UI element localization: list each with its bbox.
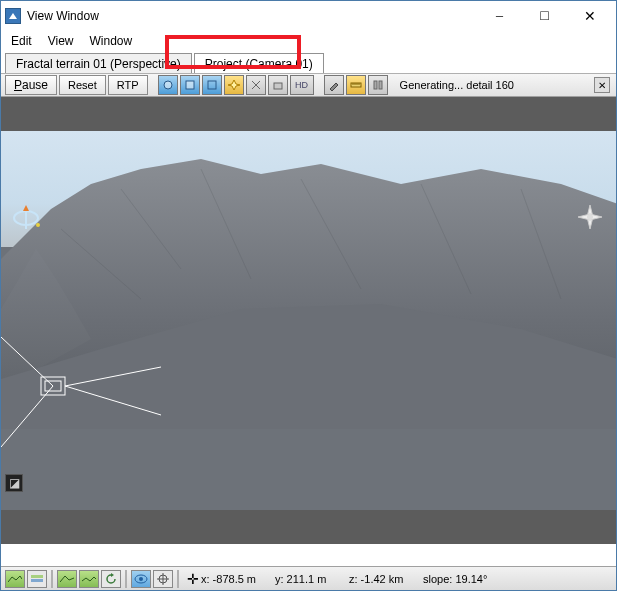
svg-rect-9 <box>374 81 377 89</box>
statusbar: ✛ x: -878.5 m y: 211.1 m z: -1.42 km slo… <box>1 566 616 590</box>
svg-rect-1 <box>186 81 194 89</box>
coord-y: y: 211.1 m <box>275 573 347 585</box>
target-icon[interactable] <box>153 570 173 588</box>
menu-view[interactable]: View <box>40 32 82 50</box>
svg-rect-34 <box>31 579 43 582</box>
svg-line-24 <box>65 367 161 386</box>
tool-icon-1[interactable] <box>246 75 266 95</box>
camera-wireframe <box>1 337 161 457</box>
exposure-toggle-icon[interactable]: ◪ <box>5 474 23 492</box>
3d-viewport[interactable]: ◪ <box>1 97 616 544</box>
slope-readout: slope: 19.14° <box>423 573 513 585</box>
tab-fractal-terrain-perspective[interactable]: Fractal terrain 01 (Perspective) <box>5 53 192 73</box>
render-status-text: Generating... detail 160 <box>400 79 592 91</box>
svg-rect-10 <box>379 81 382 89</box>
svg-point-32 <box>587 214 593 220</box>
render-toolbar: Pause Reset RTP HD Generating... detail … <box>1 73 616 97</box>
tool-icon-2[interactable] <box>268 75 288 95</box>
svg-marker-28 <box>23 205 29 211</box>
minimize-button[interactable]: – <box>477 2 522 30</box>
menu-window[interactable]: Window <box>81 32 140 50</box>
lighting-icon[interactable] <box>224 75 244 95</box>
terrain-view-1-icon[interactable] <box>5 570 25 588</box>
close-button[interactable]: ✕ <box>567 2 612 30</box>
hd-button[interactable]: HD <box>290 75 314 95</box>
compass-rose-icon[interactable] <box>576 203 604 231</box>
pause-button[interactable]: Pause <box>5 75 57 95</box>
coord-x: x: -878.5 m <box>201 573 273 585</box>
menubar: Edit View Window <box>1 31 616 51</box>
terrain-layers-icon[interactable] <box>27 570 47 588</box>
svg-line-23 <box>1 386 53 447</box>
brush-icon[interactable] <box>324 75 344 95</box>
settings-icon[interactable] <box>368 75 388 95</box>
window-title: View Window <box>27 9 477 23</box>
orientation-gizmo-icon[interactable] <box>11 203 41 233</box>
svg-rect-2 <box>208 81 216 89</box>
render-mode-3-icon[interactable] <box>202 75 222 95</box>
render-mode-2-icon[interactable] <box>180 75 200 95</box>
terrain-view-2-icon[interactable] <box>57 570 77 588</box>
visibility-icon[interactable] <box>131 570 151 588</box>
refresh-icon[interactable] <box>101 570 121 588</box>
reset-button[interactable]: Reset <box>59 75 106 95</box>
terrain-view-3-icon[interactable] <box>79 570 99 588</box>
svg-rect-33 <box>31 575 43 578</box>
svg-marker-35 <box>111 573 114 577</box>
app-icon <box>5 8 21 24</box>
svg-rect-3 <box>274 83 282 89</box>
view-tabs: Fractal terrain 01 (Perspective) Project… <box>1 51 616 73</box>
svg-point-0 <box>164 81 172 89</box>
titlebar: View Window – □ ✕ <box>1 1 616 31</box>
tab-project-camera[interactable]: Project (Camera 01) <box>194 53 324 73</box>
menu-edit[interactable]: Edit <box>3 32 40 50</box>
maximize-button[interactable]: □ <box>522 2 567 30</box>
svg-line-25 <box>65 386 161 415</box>
svg-line-22 <box>1 337 53 386</box>
render-mode-1-icon[interactable] <box>158 75 178 95</box>
svg-point-37 <box>139 577 143 581</box>
svg-point-29 <box>36 223 40 227</box>
cancel-render-button[interactable]: ✕ <box>594 77 610 93</box>
coord-z: z: -1.42 km <box>349 573 421 585</box>
measure-icon[interactable] <box>346 75 366 95</box>
rtp-button[interactable]: RTP <box>108 75 148 95</box>
cursor-indicator-icon: ✛ <box>187 571 199 587</box>
